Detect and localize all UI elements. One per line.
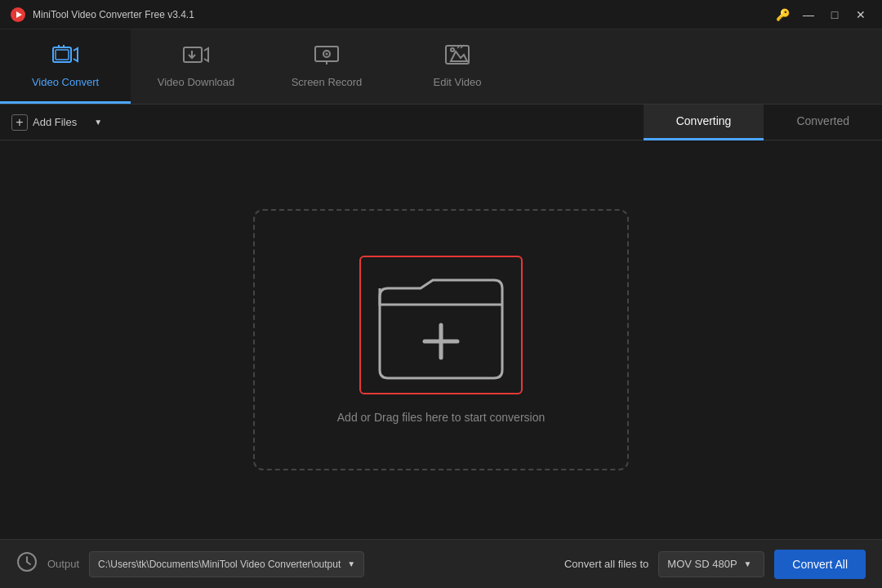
- nav-item-screen-record[interactable]: Screen Record: [261, 29, 392, 104]
- nav-bar: Video Convert Video Download Screen Reco…: [0, 29, 882, 105]
- tab-converted[interactable]: Converted: [764, 105, 882, 140]
- format-dropdown-button[interactable]: ▼: [744, 559, 752, 568]
- edit-video-icon: [444, 43, 470, 69]
- svg-rect-3: [56, 50, 69, 60]
- tab-converting-label: Converting: [676, 114, 732, 127]
- nav-item-edit-video[interactable]: Edit Video: [392, 29, 523, 104]
- video-download-icon: [183, 43, 209, 69]
- nav-label-screen-record: Screen Record: [292, 76, 363, 88]
- drop-zone-text: Add or Drag files here to start conversi…: [337, 411, 545, 424]
- app-logo: [10, 7, 26, 23]
- drop-zone[interactable]: Add or Drag files here to start conversi…: [253, 209, 629, 470]
- format-selector[interactable]: MOV SD 480P ▼: [658, 551, 764, 577]
- format-value: MOV SD 480P: [667, 558, 737, 570]
- nav-item-video-convert[interactable]: Video Convert: [0, 29, 131, 104]
- output-path-wrapper[interactable]: C:\Users\tk\Documents\MiniTool Video Con…: [89, 551, 364, 577]
- tab-converted-label: Converted: [796, 114, 849, 127]
- svg-point-12: [326, 52, 328, 55]
- window-controls: 🔑 — □ ✕: [771, 7, 872, 23]
- convert-all-button[interactable]: Convert All: [774, 550, 866, 579]
- add-files-dropdown-button[interactable]: ▼: [88, 109, 108, 136]
- convert-all-to-label: Convert all files to: [564, 558, 648, 570]
- svg-point-13: [451, 48, 454, 51]
- folder-icon: [372, 264, 510, 386]
- key-button[interactable]: 🔑: [771, 7, 794, 23]
- screen-record-icon: [314, 43, 340, 69]
- nav-label-video-download: Video Download: [158, 76, 234, 88]
- footer: Output C:\Users\tk\Documents\MiniTool Vi…: [0, 539, 882, 588]
- minimize-button[interactable]: —: [797, 7, 820, 23]
- add-files-plus-icon: +: [11, 114, 28, 131]
- add-files-button[interactable]: + Add Files: [0, 108, 88, 137]
- sub-tabs: + Add Files ▼ Converting Converted: [0, 105, 882, 140]
- video-convert-icon: [52, 43, 78, 69]
- tab-converting[interactable]: Converting: [644, 105, 764, 140]
- title-bar: MiniTool Video Converter Free v3.4.1 🔑 —…: [0, 0, 882, 29]
- add-files-label: Add Files: [33, 116, 77, 128]
- svg-line-21: [27, 562, 30, 564]
- close-button[interactable]: ✕: [849, 7, 872, 23]
- nav-label-edit-video: Edit Video: [433, 76, 481, 88]
- output-path-dropdown-button[interactable]: ▼: [341, 559, 355, 568]
- maximize-button[interactable]: □: [823, 7, 846, 23]
- main-content: Add or Drag files here to start conversi…: [0, 140, 882, 539]
- output-label: Output: [47, 558, 79, 570]
- output-path: C:\Users\tk\Documents\MiniTool Video Con…: [98, 559, 341, 570]
- app-title: MiniTool Video Converter Free v3.4.1: [33, 9, 771, 20]
- nav-item-video-download[interactable]: Video Download: [131, 29, 261, 104]
- nav-label-video-convert: Video Convert: [32, 76, 99, 88]
- folder-icon-wrapper: [359, 256, 523, 394]
- clock-icon: [16, 551, 38, 577]
